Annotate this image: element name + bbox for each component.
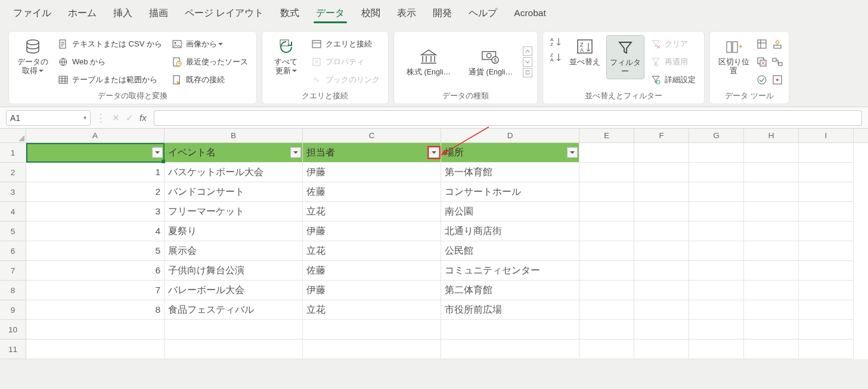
cell-B2[interactable]: バスケットボール大会 bbox=[165, 163, 303, 182]
cell-E1[interactable] bbox=[579, 143, 634, 163]
cell-I1[interactable] bbox=[799, 143, 854, 163]
cell-D4[interactable]: 南公園 bbox=[441, 202, 579, 222]
relationships-button[interactable] bbox=[771, 53, 784, 71]
row-header-6[interactable]: 6 bbox=[0, 241, 26, 261]
row-header-9[interactable]: 9 bbox=[0, 300, 26, 320]
cell-D6[interactable]: 公民館 bbox=[441, 241, 579, 261]
consolidate-button[interactable] bbox=[771, 35, 784, 53]
select-all-triangle[interactable] bbox=[0, 129, 26, 142]
cell-A9[interactable]: 8 bbox=[26, 300, 165, 320]
row-header-10[interactable]: 10 bbox=[0, 320, 26, 340]
name-box[interactable]: A1 ▾ bbox=[6, 110, 91, 126]
filter-button[interactable]: フィルター bbox=[606, 35, 644, 79]
row-header-11[interactable]: 11 bbox=[0, 340, 26, 359]
menu-review[interactable]: 校閲 bbox=[353, 2, 389, 24]
cell-C6[interactable]: 立花 bbox=[303, 241, 441, 261]
col-header-G[interactable]: G bbox=[689, 129, 744, 142]
menu-help[interactable]: ヘルプ bbox=[460, 2, 506, 24]
cell-D8[interactable]: 第二体育館 bbox=[441, 281, 579, 300]
flash-fill-button[interactable] bbox=[755, 35, 768, 53]
data-validation-button[interactable] bbox=[755, 71, 768, 89]
cell-B4[interactable]: フリーマーケット bbox=[165, 202, 303, 222]
col-header-A[interactable]: A bbox=[26, 129, 165, 142]
text-to-columns-button[interactable]: 区切り位置 bbox=[715, 35, 753, 78]
cell-D2[interactable]: 第一体育館 bbox=[441, 163, 579, 182]
filter-dropdown-B[interactable] bbox=[290, 147, 301, 158]
col-header-H[interactable]: H bbox=[744, 129, 799, 142]
cell-D7[interactable]: コミュニティセンター bbox=[441, 261, 579, 281]
refresh-all-button[interactable]: すべて 更新 bbox=[267, 35, 305, 78]
from-text-csv-button[interactable]: テキストまたは CSV から bbox=[54, 35, 166, 53]
remove-duplicates-button[interactable] bbox=[755, 53, 768, 71]
col-header-D[interactable]: D bbox=[441, 129, 579, 142]
cell-D9[interactable]: 市役所前広場 bbox=[441, 300, 579, 320]
menu-insert[interactable]: 挿入 bbox=[105, 2, 141, 24]
datatypes-scroll-up[interactable] bbox=[523, 46, 532, 56]
advanced-filter-button[interactable]: 詳細設定 bbox=[647, 71, 699, 89]
cell-C9[interactable]: 立花 bbox=[303, 300, 441, 320]
formula-input[interactable] bbox=[154, 110, 862, 126]
cell-C5[interactable]: 伊藤 bbox=[303, 222, 441, 241]
row-header-3[interactable]: 3 bbox=[0, 182, 26, 202]
menu-file[interactable]: ファイル bbox=[5, 2, 60, 24]
menu-acrobat[interactable]: Acrobat bbox=[506, 3, 554, 23]
cell-D1[interactable]: 場所 bbox=[441, 143, 579, 163]
row-header-8[interactable]: 8 bbox=[0, 281, 26, 300]
row-header-5[interactable]: 5 bbox=[0, 222, 26, 241]
col-header-C[interactable]: C bbox=[303, 129, 441, 142]
col-header-I[interactable]: I bbox=[799, 129, 854, 142]
cell-D3[interactable]: コンサートホール bbox=[441, 182, 579, 202]
filter-dropdown-C[interactable] bbox=[429, 147, 439, 158]
cell-B7[interactable]: 子供向け舞台公演 bbox=[165, 261, 303, 281]
menu-pagelayout[interactable]: ページ レイアウト bbox=[176, 2, 272, 24]
cell-F1[interactable] bbox=[634, 143, 689, 163]
menu-draw[interactable]: 描画 bbox=[141, 2, 176, 24]
cell-B6[interactable]: 展示会 bbox=[165, 241, 303, 261]
row-header-1[interactable]: 1 bbox=[0, 143, 26, 163]
sort-desc-button[interactable]: ZA bbox=[548, 51, 563, 64]
cell-C7[interactable]: 佐藤 bbox=[303, 261, 441, 281]
cell-A6[interactable]: 5 bbox=[26, 241, 165, 261]
cell-B1[interactable]: イベント名 bbox=[165, 143, 303, 163]
cell-C3[interactable]: 佐藤 bbox=[303, 182, 441, 202]
row-header-2[interactable]: 2 bbox=[0, 163, 26, 182]
cell-G1[interactable] bbox=[689, 143, 744, 163]
cell-B8[interactable]: バレーボール大会 bbox=[165, 281, 303, 300]
cell-B3[interactable]: バンドコンサート bbox=[165, 182, 303, 202]
get-data-button[interactable]: データの 取得 bbox=[14, 35, 52, 78]
row-header-7[interactable]: 7 bbox=[0, 261, 26, 281]
from-picture-button[interactable]: 画像から bbox=[168, 35, 252, 53]
row-header-4[interactable]: 4 bbox=[0, 202, 26, 222]
filter-dropdown-D[interactable] bbox=[567, 147, 578, 158]
menu-developer[interactable]: 開発 bbox=[424, 2, 460, 24]
cell-A5[interactable]: 4 bbox=[26, 222, 165, 241]
col-header-E[interactable]: E bbox=[579, 129, 634, 142]
cell-A1[interactable] bbox=[26, 143, 165, 163]
col-header-F[interactable]: F bbox=[634, 129, 689, 142]
cell-C8[interactable]: 伊藤 bbox=[303, 281, 441, 300]
menu-home[interactable]: ホーム bbox=[60, 2, 105, 24]
sort-asc-button[interactable]: AZ bbox=[548, 35, 563, 48]
cell-B9[interactable]: 食品フェスティバル bbox=[165, 300, 303, 320]
stocks-datatype-button[interactable]: 株式 (Engli… bbox=[399, 45, 458, 79]
sort-button[interactable]: ZA 並べ替え bbox=[566, 35, 604, 69]
queries-connections-button[interactable]: クエリと接続 bbox=[308, 35, 383, 53]
filter-dropdown-A[interactable] bbox=[152, 147, 163, 158]
menu-formulas[interactable]: 数式 bbox=[272, 2, 308, 24]
menu-view[interactable]: 表示 bbox=[389, 2, 424, 24]
cell-D5[interactable]: 北通り商店街 bbox=[441, 222, 579, 241]
datatypes-expand[interactable] bbox=[523, 68, 532, 77]
cell-C1[interactable]: 担当者 bbox=[303, 143, 441, 163]
cell-A2[interactable]: 1 bbox=[26, 163, 165, 182]
cell-H1[interactable] bbox=[744, 143, 799, 163]
menu-data[interactable]: データ bbox=[308, 2, 353, 24]
col-header-B[interactable]: B bbox=[165, 129, 303, 142]
cell-B5[interactable]: 夏祭り bbox=[165, 222, 303, 241]
from-table-range-button[interactable]: テーブルまたは範囲から bbox=[54, 71, 166, 89]
cell-A3[interactable]: 2 bbox=[26, 182, 165, 202]
datatypes-scroll-down[interactable] bbox=[523, 57, 532, 67]
cell-C4[interactable]: 立花 bbox=[303, 202, 441, 222]
recent-sources-button[interactable]: 最近使ったソース bbox=[168, 53, 252, 71]
from-web-button[interactable]: Web から bbox=[54, 53, 166, 71]
cell-A8[interactable]: 7 bbox=[26, 281, 165, 300]
